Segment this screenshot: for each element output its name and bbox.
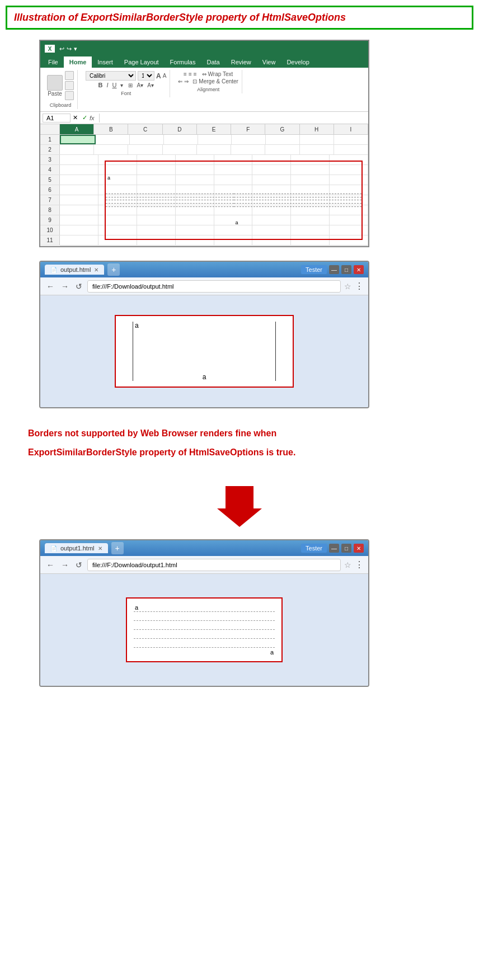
- browser2-back-button[interactable]: ←: [45, 560, 56, 569]
- align-left-icon: ≡: [184, 71, 187, 77]
- col-header-i: I: [334, 124, 368, 134]
- browser2-maximize-button[interactable]: □: [341, 544, 351, 553]
- cell-g1[interactable]: [266, 135, 300, 144]
- browser1-window-controls: Tester — □ ✕: [301, 265, 364, 274]
- excel-ribbon: Paste Clipboard Calibri 11 A A: [40, 68, 368, 112]
- tab-insert[interactable]: Insert: [92, 56, 119, 68]
- cell-h1[interactable]: [300, 135, 334, 144]
- excel-ribbon-tabs: File Home Insert Page Layout Formulas Da…: [40, 56, 368, 68]
- browser2-row-5: [134, 639, 275, 648]
- excel-undo-buttons: ↩ ↪ ▾: [59, 45, 77, 53]
- formula-actions: ✕ ✓: [73, 114, 87, 121]
- bold-button[interactable]: B: [98, 82, 103, 88]
- browser2-close-button[interactable]: ✕: [354, 544, 364, 553]
- svg-marker-0: [217, 486, 262, 527]
- browser1-maximize-button[interactable]: □: [341, 265, 351, 274]
- cancel-formula-button[interactable]: ✕: [73, 114, 78, 121]
- browser2-new-tab-button[interactable]: +: [111, 542, 124, 554]
- browser2-minimize-button[interactable]: —: [329, 544, 339, 553]
- table-row: 2: [40, 145, 368, 155]
- browser2-reload-button[interactable]: ↺: [74, 560, 84, 569]
- cell[interactable]: [60, 175, 98, 185]
- browser1-minimize-button[interactable]: —: [329, 265, 339, 274]
- cell-c1[interactable]: [130, 135, 164, 144]
- browser1-new-tab-button[interactable]: +: [107, 263, 120, 276]
- cell-e2[interactable]: [197, 145, 231, 154]
- tab-data[interactable]: Data: [201, 56, 225, 68]
- table-cell: a: [234, 206, 362, 239]
- browser2-tab-close-button[interactable]: ✕: [98, 545, 102, 552]
- format-painter-icon: [65, 91, 74, 100]
- confirm-formula-button[interactable]: ✓: [82, 114, 87, 121]
- browser2-bookmark-button[interactable]: ☆: [344, 560, 351, 569]
- cell-a1[interactable]: [60, 135, 96, 144]
- tab-formulas[interactable]: Formulas: [165, 56, 201, 68]
- merge-center-label[interactable]: Merge & Center: [199, 78, 238, 84]
- cell[interactable]: [60, 185, 98, 195]
- browser1-address-input[interactable]: [87, 280, 341, 293]
- cell[interactable]: [60, 165, 98, 175]
- paste-button[interactable]: Paste: [47, 75, 63, 97]
- cell-i1[interactable]: [334, 135, 368, 144]
- cell-f2[interactable]: [231, 145, 265, 154]
- cell-i2[interactable]: [334, 145, 368, 154]
- merge-icon: ⊡: [192, 78, 197, 84]
- fill-color-button[interactable]: A▾: [137, 82, 143, 88]
- cell-b2[interactable]: [94, 145, 128, 154]
- font-size-select[interactable]: 11: [138, 71, 154, 81]
- browser1-back-button[interactable]: ←: [45, 282, 56, 291]
- font-name-select[interactable]: Calibri: [86, 71, 136, 81]
- tab-file[interactable]: File: [43, 56, 64, 68]
- tab-page-layout[interactable]: Page Layout: [119, 56, 165, 68]
- browser2-address-input[interactable]: [87, 559, 341, 571]
- cell-d2[interactable]: [163, 145, 197, 154]
- table-row: 6: [40, 185, 60, 195]
- wrap-text-label[interactable]: Wrap Text: [208, 71, 233, 77]
- cell[interactable]: [60, 235, 98, 245]
- underline-dropdown[interactable]: ▾: [120, 82, 123, 88]
- table-row: 4: [40, 165, 60, 175]
- cell[interactable]: [60, 155, 98, 164]
- excel-screenshot: X ↩ ↪ ▾ File Home Insert Page Layout For…: [39, 40, 369, 247]
- browser1-forward-button[interactable]: →: [59, 282, 71, 291]
- italic-button[interactable]: I: [106, 82, 108, 88]
- browser1-reload-button[interactable]: ↺: [74, 282, 84, 291]
- cell-b1[interactable]: [96, 135, 130, 144]
- row-header-3: 3: [40, 155, 60, 164]
- tab-review[interactable]: Review: [226, 56, 257, 68]
- cell-d1[interactable]: [164, 135, 198, 144]
- browser1-close-button[interactable]: ✕: [354, 265, 364, 274]
- cell[interactable]: [60, 225, 98, 235]
- tab-home[interactable]: Home: [64, 56, 92, 68]
- browser1-tab-close-button[interactable]: ✕: [94, 267, 98, 273]
- underline-button[interactable]: U: [112, 82, 117, 88]
- cell[interactable]: [60, 195, 98, 205]
- tab-develop[interactable]: Develop: [281, 56, 314, 68]
- browser2-menu-button[interactable]: ⋮: [355, 559, 364, 570]
- cell-g2[interactable]: [265, 145, 299, 154]
- browser2-row-6: a: [134, 648, 275, 657]
- browser1-tab-page-icon: 📄: [50, 267, 57, 273]
- cell-c2[interactable]: [128, 145, 162, 154]
- browser1-menu-button[interactable]: ⋮: [355, 281, 364, 291]
- cell-h2[interactable]: [300, 145, 334, 154]
- tab-view[interactable]: View: [257, 56, 281, 68]
- cell[interactable]: [60, 215, 98, 225]
- font-name-row: Calibri 11 A A: [86, 71, 166, 81]
- cut-icon: [65, 71, 74, 80]
- browser1-tab[interactable]: 📄 output.html ✕: [45, 265, 104, 275]
- browser2-forward-button[interactable]: →: [59, 560, 71, 569]
- row-header-4: 4: [40, 165, 60, 175]
- browser1-bookmark-button[interactable]: ☆: [344, 282, 351, 291]
- border-button[interactable]: ⊞: [128, 82, 133, 88]
- font-label: Font: [121, 91, 131, 96]
- formula-input[interactable]: [104, 115, 366, 121]
- browser2-titlebar: 📄 output1.html ✕ + Tester — □ ✕: [40, 540, 368, 556]
- cell-e1[interactable]: [198, 135, 232, 144]
- cell-a2[interactable]: [60, 145, 94, 154]
- cell[interactable]: [60, 205, 98, 215]
- cell-reference-box[interactable]: A1: [43, 114, 71, 123]
- cell-f1[interactable]: [232, 135, 266, 144]
- font-color-button[interactable]: A▾: [147, 82, 154, 88]
- browser2-tab[interactable]: 📄 output1.html ✕: [45, 543, 108, 553]
